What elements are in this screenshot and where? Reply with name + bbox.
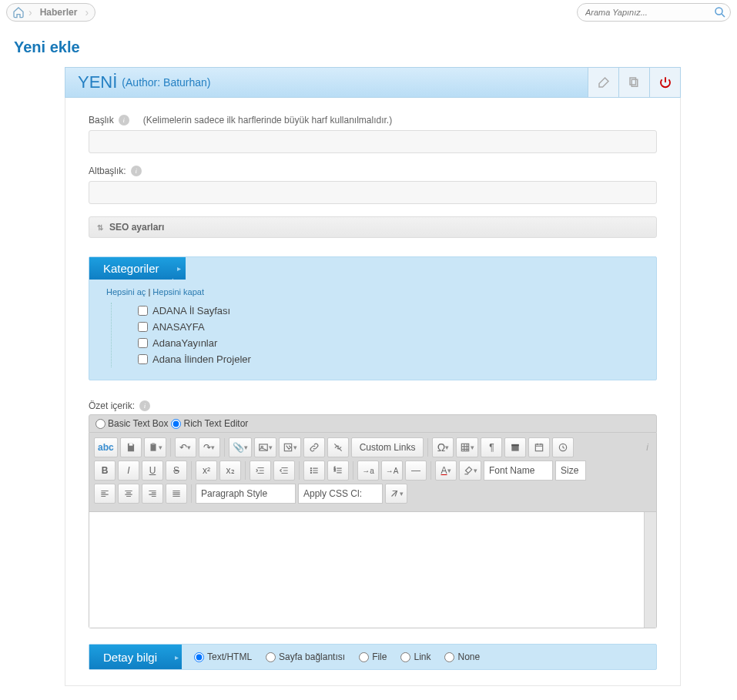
category-checkbox[interactable] [138, 306, 148, 316]
detail-option-texthtml[interactable]: Text/HTML [194, 651, 252, 662]
subtitle-label: Altbaşlık: [89, 166, 126, 176]
info-icon[interactable]: i [119, 115, 129, 126]
category-item[interactable]: ANASAYFA [138, 319, 639, 335]
detail-info-bar: Detay bilgi Text/HTML Sayfa bağlantısı F… [89, 644, 657, 670]
breadcrumb-item[interactable]: Haberler [35, 7, 82, 18]
redo-icon[interactable]: ↷ [199, 437, 220, 457]
info-icon[interactable]: i [139, 400, 150, 411]
table-icon[interactable] [456, 437, 478, 457]
search-input[interactable] [585, 8, 713, 17]
summary-editor-section: Özet içerik: i Basic Text Box Rich Text … [89, 400, 657, 628]
mode-rich-radio[interactable]: Rich Text Editor [171, 418, 248, 429]
info-icon[interactable]: i [131, 166, 142, 176]
underline-icon[interactable]: U [142, 461, 163, 481]
separator [191, 461, 192, 480]
apply-css-select[interactable] [298, 484, 383, 504]
font-color-icon[interactable]: A [435, 461, 457, 481]
search-box[interactable] [577, 3, 731, 22]
bold-icon[interactable]: B [94, 461, 116, 481]
expand-all-link[interactable]: Hepsini aç [106, 287, 146, 296]
panel-subtitle: (Author: Baturhan) [122, 76, 210, 89]
subscript-icon[interactable]: x₂ [219, 461, 241, 481]
special-char-icon[interactable]: Ω [432, 437, 454, 457]
search-icon[interactable] [713, 5, 727, 19]
category-checkbox[interactable] [138, 322, 148, 332]
edit-html-icon[interactable] [279, 437, 301, 457]
editor-mode-row: Basic Text Box Rich Text Editor [89, 414, 657, 433]
collapse-all-link[interactable]: Hepsini kapat [152, 287, 204, 296]
attachment-icon[interactable]: 📎 [229, 437, 252, 457]
separator [430, 461, 431, 480]
paste-icon[interactable] [144, 437, 166, 457]
date-icon[interactable] [528, 437, 550, 457]
superscript-icon[interactable]: x² [196, 461, 217, 481]
ordered-list-icon[interactable]: 12 [327, 461, 349, 481]
outdent-icon[interactable] [273, 461, 295, 481]
category-item[interactable]: ADANA İl Sayfası [138, 303, 639, 319]
panel-header: YENİ (Author: Baturhan) [65, 67, 681, 98]
align-justify-icon[interactable] [166, 484, 187, 504]
hr-icon[interactable]: — [405, 461, 427, 481]
custom-links-button[interactable]: Custom Links [351, 437, 424, 457]
align-left-icon[interactable] [94, 484, 116, 504]
summary-textarea[interactable] [89, 512, 644, 628]
svg-point-15 [310, 470, 311, 471]
save-icon[interactable] [120, 437, 142, 457]
detail-info-header[interactable]: Detay bilgi [89, 645, 171, 669]
category-checkbox[interactable] [138, 354, 148, 364]
paragraph-style-select[interactable] [196, 484, 296, 504]
separator [191, 484, 192, 503]
chevron-right-icon: › [28, 6, 32, 18]
seo-settings-toggle[interactable]: ⇅ SEO ayarları [89, 216, 657, 238]
chevron-right-icon: › [85, 6, 89, 18]
edit-icon[interactable] [588, 68, 618, 97]
svg-rect-2 [630, 78, 636, 85]
category-item[interactable]: AdanaYayınlar [138, 335, 639, 351]
summary-label: Özet içerik: [89, 400, 135, 411]
lowercase-icon[interactable]: →a [357, 461, 379, 481]
spellcheck-icon[interactable]: abc [94, 437, 118, 457]
clock-icon[interactable] [552, 437, 574, 457]
svg-text:2: 2 [334, 469, 336, 472]
link-icon[interactable] [303, 437, 325, 457]
undo-icon[interactable]: ↶ [175, 437, 196, 457]
home-icon[interactable] [12, 5, 25, 19]
category-tree: ADANA İl Sayfası ANASAYFA AdanaYayınlar … [111, 303, 656, 367]
power-icon[interactable] [649, 68, 680, 97]
font-name-select[interactable] [484, 461, 553, 481]
categories-header[interactable]: Kategoriler [89, 257, 173, 280]
italic-icon[interactable]: I [118, 461, 139, 481]
clear-format-icon[interactable] [385, 484, 407, 504]
image-icon[interactable] [254, 437, 276, 457]
panel-title: YENİ [78, 72, 117, 92]
separator [427, 438, 428, 457]
svg-rect-1 [631, 79, 638, 86]
editor-toolbar: abc ↶ ↷ 📎 Custom Links Ω ¶ [89, 433, 657, 512]
subtitle-input[interactable] [89, 181, 657, 204]
detail-option-link[interactable]: Link [400, 651, 430, 662]
align-center-icon[interactable] [118, 484, 139, 504]
uppercase-icon[interactable]: →A [381, 461, 403, 481]
pilcrow-icon[interactable]: ¶ [481, 437, 502, 457]
align-right-icon[interactable] [142, 484, 163, 504]
svg-rect-9 [462, 444, 469, 450]
strikethrough-icon[interactable]: S [166, 461, 187, 481]
info-icon[interactable]: i [646, 442, 652, 453]
unordered-list-icon[interactable] [303, 461, 325, 481]
detail-option-none[interactable]: None [444, 651, 480, 662]
detail-option-page[interactable]: Sayfa bağlantısı [266, 651, 345, 662]
detail-option-file[interactable]: File [359, 651, 387, 662]
category-checkbox[interactable] [138, 338, 148, 348]
scrollbar[interactable] [644, 512, 656, 628]
mode-basic-radio[interactable]: Basic Text Box [95, 418, 168, 429]
title-input[interactable] [89, 130, 657, 153]
svg-rect-4 [150, 444, 156, 450]
highlight-icon[interactable] [459, 461, 481, 481]
font-size-select[interactable] [555, 461, 586, 481]
indent-icon[interactable] [250, 461, 271, 481]
calendar-icon[interactable] [504, 437, 526, 457]
unlink-icon[interactable] [327, 437, 349, 457]
category-item[interactable]: Adana İlinden Projeler [138, 351, 639, 367]
chevron-down-icon: ⇅ [97, 223, 103, 232]
copy-icon[interactable] [618, 68, 649, 97]
